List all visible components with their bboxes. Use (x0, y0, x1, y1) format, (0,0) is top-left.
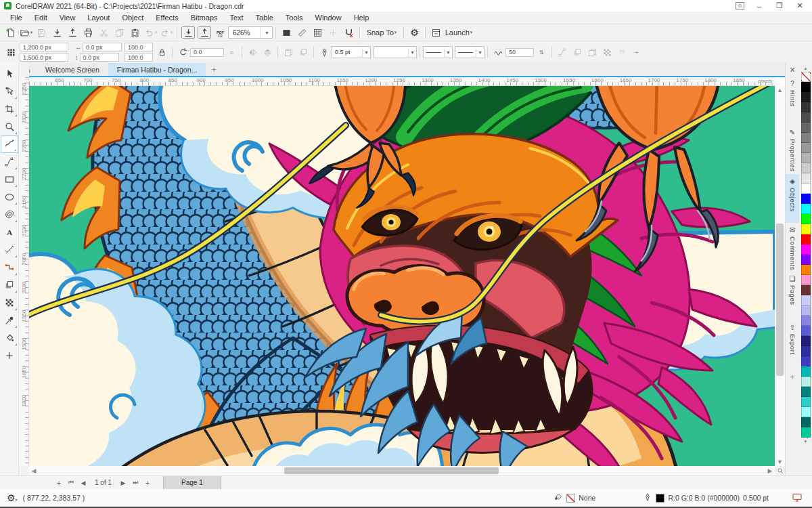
docker-close-icon[interactable]: ✕ (786, 63, 799, 77)
fill-status[interactable]: None (554, 492, 595, 503)
export-button[interactable] (198, 26, 211, 39)
menu-effects[interactable]: Effects (150, 12, 184, 24)
launch-dropdown[interactable]: Launch (444, 26, 474, 40)
palette-swatch[interactable] (801, 316, 811, 326)
palette-swatch[interactable] (801, 417, 811, 427)
docker-tab-pages[interactable]: ❏Pages (786, 272, 799, 320)
horizontal-ruler[interactable]: pixels 650700750800850900950100010501100… (29, 77, 775, 86)
mirror-horizontal-icon[interactable] (245, 45, 260, 60)
object-origin-icon[interactable] (3, 45, 18, 60)
palette-swatch[interactable] (801, 285, 811, 295)
palette-swatch[interactable] (801, 224, 811, 234)
new-document-tab-button[interactable]: + (206, 63, 222, 76)
export-arrow-button[interactable] (65, 26, 81, 40)
arrowhead-start-combo[interactable]: ▼ (423, 46, 453, 58)
canvas-artwork[interactable] (29, 86, 775, 466)
next-page-icon[interactable]: ▶ (117, 480, 129, 486)
palette-swatch[interactable] (801, 82, 811, 92)
palette-swatch[interactable] (801, 245, 811, 255)
palette-swatch[interactable] (801, 305, 811, 316)
palette-swatch[interactable] (801, 214, 811, 224)
crop-tool[interactable] (1, 100, 18, 118)
border-icon[interactable] (600, 45, 614, 60)
mirror-vertical-icon[interactable] (260, 45, 275, 60)
drop-shadow-tool[interactable] (1, 276, 18, 294)
palette-swatch[interactable] (801, 427, 811, 438)
menu-table[interactable]: Table (250, 12, 279, 24)
import-button[interactable] (181, 26, 195, 39)
ellipse-tool[interactable] (1, 188, 18, 206)
palette-swatch[interactable] (801, 204, 811, 214)
show-rulers-button[interactable] (294, 26, 310, 40)
smoothing-field[interactable]: 50 (505, 48, 534, 57)
menu-layout[interactable]: Layout (81, 12, 116, 24)
bezier-tool[interactable] (1, 153, 18, 171)
reduce-nodes-icon[interactable] (570, 45, 585, 60)
undo-button[interactable] (143, 26, 158, 40)
zoom-level-combo[interactable]: 626%▼ (228, 26, 273, 39)
monitor-icon[interactable] (792, 492, 803, 504)
show-grid-button[interactable] (310, 26, 325, 40)
palette-swatch[interactable] (801, 184, 811, 194)
docker-add-button[interactable]: + (786, 369, 799, 385)
connector-tool[interactable] (1, 259, 18, 276)
palette-swatch[interactable] (801, 123, 811, 133)
palette-swatch[interactable] (801, 194, 811, 204)
menu-window[interactable]: Window (309, 12, 348, 24)
shape-tool[interactable] (1, 83, 18, 100)
object-position-x-field[interactable]: 1,200.0 px (20, 43, 68, 51)
docker-tab-comments[interactable]: ✉Comments (786, 223, 799, 272)
show-guidelines-button[interactable] (325, 26, 341, 40)
menu-view[interactable]: View (53, 12, 82, 24)
palette-swatch-none[interactable] (801, 72, 811, 82)
spiral-tool[interactable] (1, 206, 18, 224)
scale-x-field[interactable]: 100.0 (125, 43, 153, 51)
snap-to-dropdown[interactable]: Snap To (363, 26, 401, 40)
line-style-combo[interactable]: ▼ (374, 46, 417, 58)
palette-swatch[interactable] (801, 366, 811, 377)
vertical-ruler[interactable]: 2350230022502200215021002050200019501900… (19, 77, 29, 466)
palette-swatch[interactable] (801, 377, 811, 387)
status-settings-gear-icon[interactable]: ⚙▾ (7, 492, 18, 503)
document-tab[interactable]: Welcome Screen (37, 63, 108, 76)
palette-swatch[interactable] (801, 153, 811, 163)
menu-help[interactable]: Help (348, 12, 376, 24)
palette-swatch[interactable] (801, 265, 811, 275)
zoom-corner-button[interactable] (775, 466, 785, 475)
account-icon[interactable]: ☺ (736, 2, 744, 9)
customize-plus-icon[interactable]: ＋ (629, 45, 644, 60)
eyedropper-tool[interactable] (1, 312, 18, 329)
stepper-icon[interactable]: ⇅ (534, 45, 549, 60)
close-button[interactable]: ✕ (794, 1, 805, 11)
lock-ratio-icon[interactable] (154, 45, 169, 60)
cut-button[interactable] (96, 26, 112, 40)
palette-swatch[interactable] (801, 234, 811, 245)
options-gear-icon[interactable]: ⚙ (407, 26, 422, 40)
horizontal-scrollbar[interactable]: ◀ ▶ (29, 466, 775, 475)
palette-swatch[interactable] (801, 356, 811, 366)
arrowhead-end-combo[interactable]: ▼ (455, 46, 484, 58)
object-height-field[interactable]: 0.0 px (80, 53, 119, 62)
first-page-icon[interactable]: ⏮ (65, 479, 77, 486)
palette-swatch[interactable] (801, 346, 811, 356)
add-tools[interactable] (1, 347, 18, 364)
new-document-button[interactable] (3, 26, 18, 40)
rectangle-tool[interactable] (1, 171, 18, 188)
mesh-fill-tool[interactable] (1, 294, 18, 312)
prev-page-icon[interactable]: ◀ (77, 480, 89, 486)
palette-swatch[interactable] (801, 397, 811, 407)
pick-tool[interactable] (1, 65, 18, 83)
close-curve-icon[interactable] (555, 45, 570, 60)
palette-swatch[interactable] (801, 133, 811, 143)
palette-swatch[interactable] (801, 336, 811, 346)
import-arrow-button[interactable] (49, 26, 65, 40)
dimension-tool[interactable] (1, 241, 18, 259)
paste-button[interactable] (127, 26, 143, 40)
open-document-button[interactable] (18, 26, 34, 40)
snap-off-button[interactable] (341, 26, 357, 40)
full-screen-preview-button[interactable] (279, 26, 294, 40)
restore-button[interactable]: ❐ (774, 1, 785, 11)
zoom-tool[interactable] (1, 118, 18, 135)
docker-tab-properties[interactable]: ✎Properties (786, 125, 799, 174)
outline-status[interactable]: R:0 G:0 B:0 (#000000) 0.500 pt (643, 492, 769, 503)
